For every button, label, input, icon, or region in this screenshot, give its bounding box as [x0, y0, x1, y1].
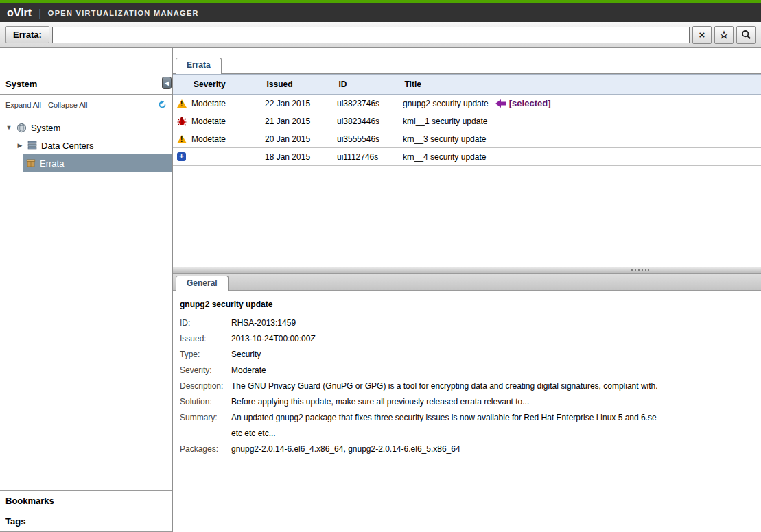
errata-row[interactable]: Modetate 20 Jan 2015 ui3555546s krn__3 s… [173, 130, 761, 148]
id-cell: ui3823446s [333, 112, 399, 130]
splitter-grip-icon[interactable] [631, 269, 649, 271]
severity-cell: Modetate [173, 130, 261, 148]
field-value: Moderate [231, 365, 266, 376]
field-label: ID: [180, 317, 231, 328]
field-label: Severity: [180, 365, 231, 376]
severity-text: Modetate [191, 99, 226, 108]
field-value: 2013-10-24T00:00:00Z [231, 333, 316, 344]
tree-item-data-centers[interactable]: ▶ Data Centers [0, 136, 172, 154]
tree-item-label: Data Centers [41, 141, 94, 151]
content-area: System ◀ Expand All Collapse All ▼ [0, 48, 761, 532]
header-divider: | [38, 8, 41, 19]
issued-cell: 20 Jan 2015 [261, 130, 333, 148]
caret-down-icon[interactable]: ▼ [5, 124, 12, 131]
errata-row[interactable]: + 18 Jan 2015 ui1112746s krn__4 security… [173, 148, 761, 166]
collapse-panel-button[interactable]: ◀ [162, 77, 172, 89]
title-cell: krn__4 security update [399, 148, 761, 166]
errata-table-area: Severity Issued ID Title Modetate [173, 74, 761, 267]
clear-search-button[interactable]: × [692, 26, 712, 44]
detail-field-type: Type: Security [180, 349, 754, 360]
tree-item-label: Errata [40, 158, 64, 169]
product-title: OPEN VIRTUALIZATION MANAGER [48, 9, 199, 17]
errata-row[interactable]: Modetate 22 Jan 2015 ui3823746s gnupg2 s… [173, 95, 761, 112]
field-value: gnupg2-2.0.14-6.el6_4.x86_64, gnupg2-2.0… [231, 444, 460, 455]
field-label: Summary: [180, 412, 231, 439]
issued-cell: 22 Jan 2015 [261, 95, 333, 112]
field-label: Issued: [180, 333, 231, 344]
selected-annotation-text: [selected] [509, 98, 551, 108]
field-label: Solution: [180, 396, 231, 407]
tree-item-system[interactable]: ▼ System [0, 119, 172, 136]
title-cell: kml__1 security update [399, 112, 761, 130]
search-input[interactable] [52, 27, 690, 43]
id-cell: ui3555546s [333, 130, 399, 148]
refresh-icon [158, 100, 167, 109]
tags-section-header[interactable]: Tags [0, 511, 172, 532]
selected-annotation: [selected] [495, 98, 551, 108]
column-header-issued[interactable]: Issued [261, 75, 333, 95]
detail-field-description: Description: The GNU Privacy Guard (GnuP… [180, 380, 754, 391]
search-button[interactable] [736, 26, 756, 44]
warning-icon [177, 135, 187, 143]
severity-cell: + [173, 148, 261, 166]
issued-cell: 18 Jan 2015 [261, 148, 333, 166]
summary-line-1: An updated gnupg2 package that fixes thr… [231, 413, 657, 422]
severity-text: Modetate [191, 117, 226, 126]
caret-right-icon[interactable]: ▶ [16, 142, 23, 149]
title-cell: krn__3 security update [399, 130, 761, 148]
magnifier-icon [741, 29, 751, 40]
tab-general[interactable]: General [176, 276, 229, 291]
main-tab-strip: Errata [173, 58, 761, 74]
detail-title: gnupg2 security update [180, 300, 754, 309]
globe-icon [16, 123, 27, 133]
field-label: Description: [180, 380, 231, 391]
detail-field-id: ID: RHSA-2013:1459 [180, 317, 754, 328]
general-detail-panel: gnupg2 security update ID: RHSA-2013:145… [173, 291, 761, 532]
system-tree: ▼ System ▶ Data Centers [0, 113, 172, 490]
id-cell: ui3823746s [333, 95, 399, 112]
errata-row[interactable]: Modetate 21 Jan 2015 ui3823446s kml__1 s… [173, 112, 761, 130]
column-header-id[interactable]: ID [333, 75, 399, 95]
severity-cell: Modetate [173, 95, 261, 112]
system-tree-panel: System ◀ Expand All Collapse All ▼ [0, 48, 173, 532]
ovirt-manager-window: oVirt | OPEN VIRTUALIZATION MANAGER Erra… [0, 0, 761, 532]
errata-table: Severity Issued ID Title Modetate [173, 74, 761, 166]
bookmarks-section-header[interactable]: Bookmarks [0, 490, 172, 511]
tree-controls: Expand All Collapse All [0, 95, 172, 113]
tree-panel-title: System [5, 79, 37, 89]
detail-field-summary: Summary: An updated gnupg2 package that … [180, 412, 754, 439]
severity-cell: Modetate [173, 112, 261, 130]
tree-panel-header: System ◀ [0, 75, 172, 95]
field-value: The GNU Privacy Guard (GnuPG or GPG) is … [231, 380, 658, 391]
errata-title-text: gnupg2 security update [403, 99, 489, 108]
tab-errata[interactable]: Errata [176, 58, 222, 74]
detail-field-packages: Packages: gnupg2-2.0.14-6.el6_4.x86_64, … [180, 444, 754, 455]
tree-item-errata[interactable]: Errata [23, 154, 172, 172]
field-label: Packages: [180, 444, 231, 455]
detail-field-solution: Solution: Before applying this update, m… [180, 396, 754, 407]
bug-icon [177, 117, 187, 126]
horizontal-splitter[interactable] [173, 267, 761, 274]
plus-icon[interactable]: + [177, 152, 186, 161]
severity-text: Modetate [191, 134, 226, 144]
field-value: An updated gnupg2 package that fixes thr… [231, 412, 657, 439]
field-value: RHSA-2013:1459 [231, 317, 296, 328]
bookmark-star-button[interactable]: ☆ [714, 26, 734, 44]
column-header-title[interactable]: Title [399, 75, 761, 95]
id-cell: ui1112746s [333, 148, 399, 166]
title-cell: gnupg2 security update [selected] [399, 95, 761, 112]
detail-tab-strip: General [173, 274, 761, 291]
collapse-all-link[interactable]: Collapse All [48, 101, 87, 109]
detail-field-issued: Issued: 2013-10-24T00:00:00Z [180, 333, 754, 344]
column-header-severity[interactable]: Severity [173, 75, 261, 95]
warning-icon [177, 99, 187, 108]
refresh-tree-button[interactable] [158, 100, 167, 109]
left-arrow-icon [495, 99, 506, 108]
ovirt-logo: oVirt [7, 7, 32, 19]
field-value: Before applying this update, make sure a… [231, 396, 529, 407]
tree-item-label: System [31, 123, 60, 133]
expand-all-link[interactable]: Expand All [5, 101, 41, 109]
main-panel: Errata Severity Issued ID Title [173, 48, 761, 532]
search-scope-label[interactable]: Errata: [5, 26, 49, 43]
issued-cell: 21 Jan 2015 [261, 112, 333, 130]
